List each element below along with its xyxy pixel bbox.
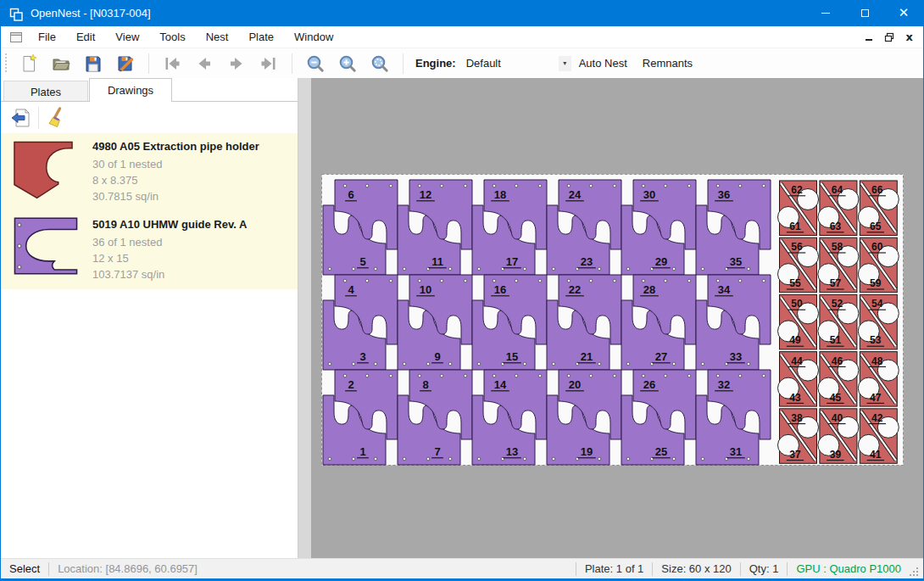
zoom-out-icon xyxy=(305,53,326,74)
toolbar-separator xyxy=(148,53,149,74)
auto-nest-button[interactable]: Auto Nest xyxy=(571,53,635,74)
part-hole xyxy=(389,374,392,377)
part-hole xyxy=(626,267,630,271)
save-as-button[interactable] xyxy=(113,52,138,75)
part-number: 24 xyxy=(569,188,582,201)
part-number: 28 xyxy=(643,283,655,296)
drawing-item-4980[interactable]: 4980 A05 Extraction pipe holder 30 of 1 … xyxy=(1,133,298,211)
import-arrow-icon xyxy=(9,107,31,129)
previous-arrow-icon xyxy=(194,53,214,74)
part-hole xyxy=(374,267,377,271)
part-number: 8 xyxy=(422,378,428,391)
part-number: 20 xyxy=(569,378,581,391)
part-hole xyxy=(426,457,430,461)
drawing-title: 5019 A10 UHMW guide Rev. A xyxy=(92,218,247,231)
part-hole xyxy=(664,374,667,377)
part-hole xyxy=(403,362,406,366)
part-hole xyxy=(389,279,392,282)
part-number: 25 xyxy=(655,445,667,458)
part-number: 42 xyxy=(871,412,883,424)
engine-value: Default xyxy=(466,57,501,70)
part-number: 5 xyxy=(359,255,365,268)
part-hole xyxy=(567,279,571,282)
panel-tab-strip: Plates Drawings xyxy=(1,78,298,102)
nest-canvas[interactable]: 6543211211109871817161514132423222120193… xyxy=(311,78,924,558)
part-hole xyxy=(365,184,369,187)
next-plate-button[interactable] xyxy=(224,52,249,75)
drawing-size: 12 x 15 xyxy=(92,250,247,266)
part-hole xyxy=(440,279,443,282)
part-number: 66 xyxy=(871,184,883,196)
zoom-out-button[interactable] xyxy=(303,52,328,75)
drawing-title: 4980 A05 Extraction pipe holder xyxy=(92,140,259,153)
mdi-document-icon[interactable] xyxy=(9,31,23,44)
toolbar-separator xyxy=(292,53,292,74)
zoom-fit-button[interactable] xyxy=(367,52,392,75)
engine-combobox[interactable]: Default ▾ xyxy=(461,54,571,73)
tab-plates[interactable]: Plates xyxy=(3,81,88,102)
part-number: 49 xyxy=(789,334,801,346)
menu-window[interactable]: Window xyxy=(284,27,343,47)
part-hole xyxy=(642,279,645,282)
drawing-list: 4980 A05 Extraction pipe holder 30 of 1 … xyxy=(1,133,298,289)
open-button[interactable] xyxy=(48,52,74,75)
menu-plate[interactable]: Plate xyxy=(238,27,284,47)
clear-drawings-button[interactable] xyxy=(44,105,70,131)
part-number: 29 xyxy=(655,255,667,268)
mdi-restore-button[interactable] xyxy=(884,32,894,42)
drawing-item-5019[interactable]: 5019 A10 UHMW guide Rev. A 36 of 1 neste… xyxy=(1,211,298,289)
remnants-button[interactable]: Remnants xyxy=(635,53,700,74)
part-hole xyxy=(687,279,691,282)
part-number: 40 xyxy=(832,412,843,424)
part-number: 65 xyxy=(870,221,882,232)
first-plate-button[interactable] xyxy=(159,52,185,75)
part-hole xyxy=(523,362,526,366)
previous-plate-button[interactable] xyxy=(192,52,217,75)
part-hole xyxy=(598,362,601,366)
tab-drawings[interactable]: Drawings xyxy=(89,78,172,102)
part-hole xyxy=(552,457,555,461)
part-hole xyxy=(374,362,377,366)
save-button[interactable] xyxy=(81,52,106,75)
toolbar-grip[interactable] xyxy=(4,53,8,74)
import-drawing-button[interactable] xyxy=(8,105,33,131)
save-as-icon xyxy=(115,53,136,74)
close-button[interactable]: ✕ xyxy=(884,0,923,26)
part-number: 26 xyxy=(643,378,655,391)
drawing-nested-count: 30 of 1 nested xyxy=(92,156,259,172)
combo-dropdown-icon[interactable]: ▾ xyxy=(559,56,571,71)
zoom-in-button[interactable] xyxy=(335,52,360,75)
panel-toolbar xyxy=(1,102,298,133)
part-hole xyxy=(464,184,467,187)
part-hole xyxy=(762,184,765,187)
part-hole xyxy=(523,457,526,461)
part-number: 12 xyxy=(420,188,431,201)
last-plate-button[interactable] xyxy=(256,52,281,75)
status-separator xyxy=(787,562,788,576)
part-hole xyxy=(448,267,452,271)
mdi-close-button[interactable]: x xyxy=(906,31,913,43)
menu-tools[interactable]: Tools xyxy=(149,27,195,47)
new-button[interactable] xyxy=(16,52,42,75)
maximize-button[interactable] xyxy=(845,0,884,26)
mdi-minimize-button[interactable] xyxy=(866,33,872,41)
part-hole xyxy=(701,267,704,271)
minimize-button[interactable] xyxy=(806,0,845,26)
part-hole xyxy=(352,362,355,366)
menu-view[interactable]: View xyxy=(105,27,149,47)
part-hole xyxy=(716,184,720,187)
part-number: 33 xyxy=(730,350,742,363)
nest-svg[interactable]: 6543211211109871817161514132423222120193… xyxy=(311,78,924,558)
part-number: 14 xyxy=(494,378,507,391)
part-hole xyxy=(567,184,571,187)
menu-file[interactable]: File xyxy=(28,27,66,47)
menu-nest[interactable]: Nest xyxy=(196,27,239,47)
part-hole xyxy=(538,279,542,282)
part-hole xyxy=(523,267,526,271)
resize-grip[interactable] xyxy=(908,566,920,578)
menu-edit[interactable]: Edit xyxy=(66,27,105,47)
part-hole xyxy=(440,374,443,377)
part-number: 61 xyxy=(789,221,801,232)
panel-splitter[interactable] xyxy=(298,78,311,558)
part-hole xyxy=(738,374,742,377)
